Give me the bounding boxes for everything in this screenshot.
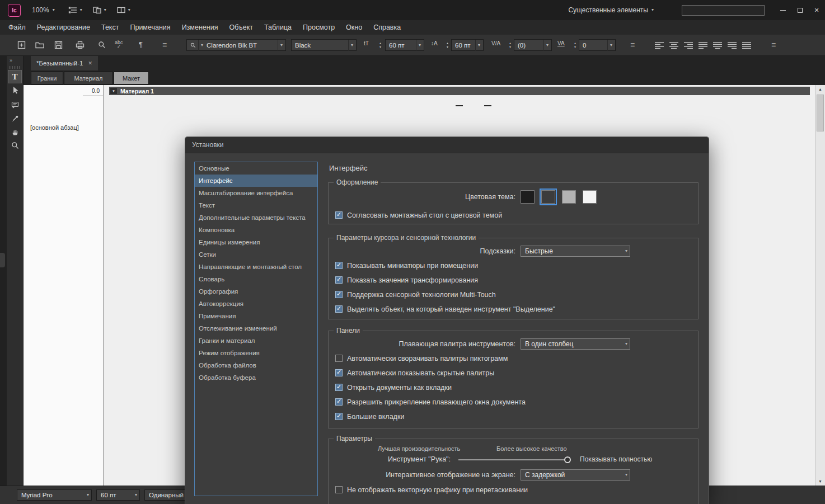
new-document-button[interactable]	[17, 40, 26, 50]
scroll-up-button[interactable]: ▲	[815, 85, 825, 93]
checkbox[interactable]	[335, 413, 343, 420]
font-size-combo[interactable]: 60 пт ▾	[385, 39, 424, 51]
justify-all-button[interactable]	[740, 40, 753, 50]
scrollbar-thumb[interactable]	[817, 95, 824, 131]
justify-last-left-button[interactable]	[696, 40, 710, 50]
panel-menu-button[interactable]: ≡	[771, 40, 776, 49]
color-theme-swatch-light[interactable]	[562, 190, 576, 204]
checkbox[interactable]	[335, 291, 343, 298]
story-collapse-button[interactable]: ▼	[110, 88, 117, 94]
pref-category[interactable]: Текст	[195, 199, 317, 211]
open-document-button[interactable]	[35, 40, 45, 50]
zoom-control[interactable]: 100% ▾	[32, 6, 55, 14]
menu-item[interactable]: Справка	[368, 23, 406, 31]
statusbar-leading-combo[interactable]: Одинарный ин	[144, 489, 187, 501]
kerning-stepper[interactable]: ▴▾	[507, 41, 513, 50]
eyedropper-tool[interactable]	[8, 112, 22, 125]
pref-category-selected[interactable]: Интерфейс	[195, 175, 317, 187]
color-theme-swatch-dark[interactable]	[541, 190, 555, 204]
menu-item[interactable]: Примечания	[124, 23, 176, 31]
type-tool[interactable]: T	[8, 70, 22, 83]
pref-category[interactable]: Обработка буфера	[195, 371, 317, 384]
pref-category[interactable]: Гранки и материал	[195, 335, 317, 347]
pref-category[interactable]: Отслеживание изменений	[195, 322, 317, 335]
pref-category[interactable]: Режим отображения	[195, 347, 317, 359]
spellcheck-button[interactable]: abc	[115, 40, 123, 49]
color-theme-swatch-darkest[interactable]	[521, 190, 535, 204]
live-screen-dropdown[interactable]: С задержкой ▾	[521, 469, 630, 481]
align-right-button[interactable]	[682, 40, 695, 50]
tracking-combo[interactable]: 0 ▾	[579, 39, 616, 51]
checkbox[interactable]	[335, 398, 343, 406]
leading-combo[interactable]: 60 пт ▾	[451, 39, 484, 51]
menu-item[interactable]: Текст	[96, 23, 124, 31]
checkbox[interactable]	[335, 262, 343, 269]
checkbox[interactable]	[335, 486, 343, 493]
story-header[interactable]: ▼ Материал 1	[109, 87, 810, 95]
checkbox[interactable]	[335, 369, 343, 376]
pref-category[interactable]: Обработка файлов	[195, 359, 317, 371]
color-theme-swatch-lightest[interactable]	[583, 190, 597, 204]
align-left-button[interactable]	[653, 40, 666, 50]
expand-panel-icon[interactable]: »	[10, 58, 12, 63]
tab-close-icon[interactable]: ✕	[88, 60, 92, 66]
hand-tool-slider[interactable]	[458, 456, 570, 463]
menu-item[interactable]: Файл	[3, 23, 31, 31]
pref-category[interactable]: Орфография	[195, 285, 317, 298]
document-tab[interactable]: *Безымянный-1 ✕	[31, 56, 98, 70]
paragraph-controls-button[interactable]: ≡	[630, 40, 635, 49]
pref-category[interactable]: Сетки	[195, 248, 317, 261]
statusbar-size-combo[interactable]: 60 пт ▾	[96, 489, 140, 501]
pref-category[interactable]: Единицы измерения	[195, 236, 317, 248]
view-tab-galley[interactable]: Гранки	[31, 72, 63, 84]
statusbar-font-combo[interactable]: Myriad Pro ▾	[17, 489, 92, 501]
arrange-documents-button[interactable]: ▾	[92, 6, 106, 15]
justify-last-center-button[interactable]	[711, 40, 724, 50]
search-input[interactable]	[682, 5, 765, 16]
screen-mode-button[interactable]: ▾	[116, 6, 130, 15]
pref-category[interactable]: Масштабирование интерфейса	[195, 187, 317, 199]
view-options-button[interactable]: ▾	[68, 6, 82, 15]
close-button[interactable]: ✕	[808, 0, 825, 20]
print-button[interactable]	[75, 40, 85, 50]
collapsed-panel-tab[interactable]	[0, 253, 5, 267]
checkbox[interactable]	[335, 384, 343, 391]
panel-grip-icon[interactable]	[9, 66, 21, 69]
checkbox[interactable]	[335, 305, 343, 313]
view-tab-story[interactable]: Материал	[64, 72, 113, 84]
font-family-combo[interactable]: ▾ Clarendon Blk BT ▾	[186, 39, 286, 51]
menu-item[interactable]: Таблица	[259, 23, 297, 31]
workspace-switcher[interactable]: Существенные элементы ▾	[568, 6, 654, 14]
checkbox[interactable]	[335, 211, 343, 219]
menu-item[interactable]: Изменения	[176, 23, 224, 31]
menu-item[interactable]: Окно	[340, 23, 368, 31]
menu-item[interactable]: Просмотр	[297, 23, 340, 31]
pref-category[interactable]: Направляющие и монтажный стол	[195, 261, 317, 273]
kerning-combo[interactable]: (0) ▾	[514, 39, 552, 51]
show-hidden-characters-button[interactable]: ¶	[139, 40, 143, 49]
save-button[interactable]	[54, 40, 63, 50]
leading-stepper[interactable]: ▴▾	[444, 41, 451, 50]
checkbox[interactable]	[335, 355, 343, 362]
view-tab-layout[interactable]: Макет	[114, 72, 149, 84]
scroll-down-button[interactable]: ▼	[815, 477, 825, 486]
hand-tool[interactable]	[8, 125, 22, 139]
dialog-title-bar[interactable]: Установки	[185, 137, 709, 153]
tooltips-dropdown[interactable]: Быстрые ▾	[521, 246, 630, 257]
pref-category[interactable]: Дополнительные параметры текста	[195, 211, 317, 224]
font-style-combo[interactable]: Black ▾	[291, 39, 357, 51]
justify-last-right-button[interactable]	[725, 40, 739, 50]
floating-palette-dropdown[interactable]: В один столбец ▾	[521, 338, 630, 350]
pref-category[interactable]: Примечания	[195, 310, 317, 322]
note-tool[interactable]	[8, 98, 22, 111]
tracking-stepper[interactable]: ▴▾	[572, 41, 578, 50]
menu-item[interactable]: Редактирование	[31, 23, 96, 31]
pref-category[interactable]: Компоновка	[195, 224, 317, 236]
checkbox[interactable]	[335, 276, 343, 284]
pref-category[interactable]: Автокоррекция	[195, 298, 317, 310]
menu-item[interactable]: Объект	[223, 23, 259, 31]
font-size-stepper[interactable]: ▴▾	[377, 41, 383, 50]
pref-category[interactable]: Словарь	[195, 273, 317, 285]
align-center-button[interactable]	[667, 40, 681, 50]
position-tool[interactable]	[8, 83, 22, 97]
